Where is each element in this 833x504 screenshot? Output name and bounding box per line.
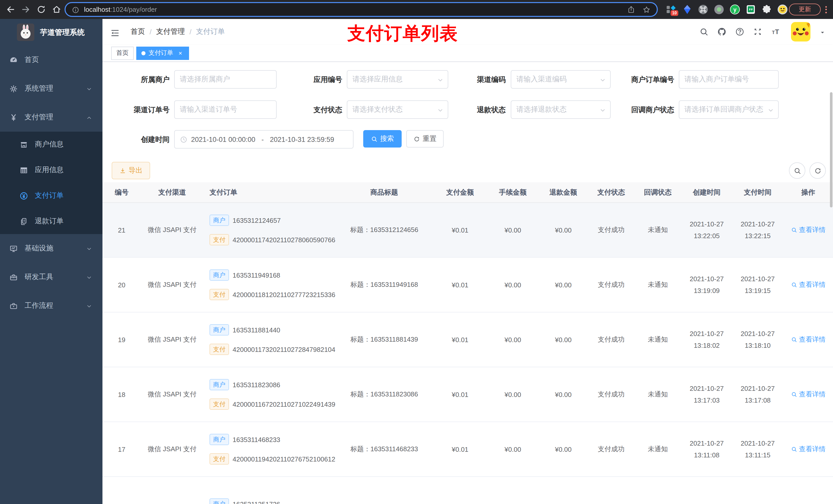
tab-支付订单[interactable]: 支付订单× bbox=[136, 46, 189, 60]
cell-status: 支付成功 bbox=[588, 422, 634, 476]
extension-diamond-icon[interactable]: 10 bbox=[666, 4, 677, 15]
cell-fee bbox=[487, 477, 539, 504]
sidebar-collapse-icon[interactable] bbox=[110, 27, 120, 39]
sidebar-item-label: 首页 bbox=[25, 55, 39, 65]
sidebar-item-workflow[interactable]: 工作流程 bbox=[0, 291, 102, 320]
placeholder-text: 请选择所属商户 bbox=[180, 75, 230, 84]
cell-paid: 2021-10-2713:17:08 bbox=[732, 367, 783, 422]
view-detail-link[interactable]: 查看详情 bbox=[791, 390, 826, 399]
monitor-icon bbox=[9, 244, 18, 253]
search-button[interactable]: 搜索 bbox=[363, 130, 402, 147]
extension-command-icon[interactable] bbox=[698, 4, 709, 15]
sidebar-item-app-info[interactable]: 应用信息 bbox=[0, 157, 102, 183]
breadcrumb-item[interactable]: 首页 bbox=[130, 27, 145, 37]
create-time-range-input[interactable]: 2021-10-01 00:00:00 - 2021-10-31 23:59:5… bbox=[174, 130, 354, 148]
filter-label: 所属商户 bbox=[113, 70, 170, 89]
sidebar-item-merchant-info[interactable]: 商户信息 bbox=[0, 131, 102, 157]
extension-gray-dot-icon[interactable] bbox=[714, 4, 724, 15]
browser-forward-icon[interactable] bbox=[21, 4, 31, 15]
filter-label-create-time: 创建时间 bbox=[113, 130, 170, 148]
cell-amount bbox=[433, 477, 487, 504]
column-header-status: 支付状态 bbox=[588, 182, 634, 202]
browser-reload-icon[interactable] bbox=[36, 4, 47, 15]
view-detail-link[interactable]: 查看详情 bbox=[791, 225, 826, 235]
export-button[interactable]: 导出 bbox=[112, 162, 150, 179]
placeholder-text: 请输入渠道编码 bbox=[516, 75, 567, 84]
search-icon bbox=[791, 337, 797, 343]
bookmark-star-icon[interactable] bbox=[642, 5, 651, 14]
cell-channel bbox=[141, 477, 204, 504]
chrome-update-button[interactable]: 更新 bbox=[789, 4, 821, 15]
filter-select[interactable]: 请选择订单回调商户状态 bbox=[679, 100, 779, 119]
filter-input[interactable]: 请选择所属商户 bbox=[174, 70, 277, 89]
sidebar-item-system[interactable]: 系统管理 bbox=[0, 74, 102, 103]
sidebar-item-devtools[interactable]: 研发工具 bbox=[0, 263, 102, 291]
github-icon[interactable] bbox=[717, 27, 727, 37]
share-icon[interactable] bbox=[627, 5, 635, 14]
date-separator: - bbox=[262, 136, 264, 143]
cell-refund: ¥0.00 bbox=[539, 422, 588, 476]
sidebar-item-label: 系统管理 bbox=[25, 84, 53, 93]
view-detail-link[interactable]: 查看详情 bbox=[791, 445, 826, 454]
placeholder-text: 请选择应用信息 bbox=[353, 75, 403, 84]
site-info-icon[interactable] bbox=[72, 5, 79, 14]
sidebar-item-pay[interactable]: 支付管理 bbox=[0, 103, 102, 131]
tab-首页[interactable]: 首页 bbox=[111, 46, 134, 60]
sidebar-item-pay-order[interactable]: 支付订单 bbox=[0, 183, 102, 209]
sidebar-item-infra[interactable]: 基础设施 bbox=[0, 234, 102, 263]
url-bar[interactable]: localhost:1024/pay/order bbox=[65, 2, 658, 17]
filter-label: 支付状态 bbox=[286, 100, 342, 119]
filter-select[interactable]: 请输入渠道编码 bbox=[511, 70, 611, 89]
logo-rabbit-avatar bbox=[17, 24, 34, 41]
cell-created: 2021-10-2713:22:05 bbox=[681, 203, 732, 257]
toggle-search-button[interactable] bbox=[789, 162, 805, 179]
merchant-tag: 商户 bbox=[210, 269, 229, 281]
font-size-icon[interactable]: TT bbox=[771, 27, 780, 37]
view-detail-link[interactable]: 查看详情 bbox=[791, 335, 826, 344]
filter-select[interactable]: 请选择支付状态 bbox=[347, 100, 448, 119]
browser-back-icon[interactable] bbox=[5, 4, 16, 15]
fullscreen-icon[interactable] bbox=[753, 27, 762, 37]
page-scrollbar[interactable] bbox=[830, 92, 832, 208]
sidebar-item-refund-order[interactable]: 退款订单 bbox=[0, 209, 102, 234]
cell-status: 支付成功 bbox=[588, 367, 634, 422]
breadcrumb-item[interactable]: 支付管理 bbox=[156, 27, 185, 37]
browser-home-icon[interactable] bbox=[51, 4, 62, 15]
table-row: 20微信 JSAPI 支付商户1635311949168支付4200001181… bbox=[102, 258, 833, 312]
channel-order-no: 4200001194202110276752100612 bbox=[233, 455, 335, 463]
grid-icon bbox=[20, 166, 28, 174]
help-icon[interactable] bbox=[735, 27, 744, 37]
refresh-table-button[interactable] bbox=[809, 162, 826, 179]
view-detail-link[interactable]: 查看详情 bbox=[791, 280, 826, 289]
user-avatar[interactable] bbox=[791, 22, 810, 42]
reset-button[interactable]: 重置 bbox=[406, 130, 444, 147]
tab-close-icon[interactable]: × bbox=[177, 49, 184, 56]
sidebar-logo[interactable]: 芋道管理系统 bbox=[0, 19, 102, 46]
filter-input[interactable]: 请输入渠道订单号 bbox=[174, 100, 277, 119]
extensions-puzzle-icon[interactable] bbox=[761, 4, 772, 15]
sidebar-item-home[interactable]: 首页 bbox=[0, 46, 102, 74]
cell-notify: 未通知 bbox=[634, 258, 681, 312]
filter-select[interactable]: 请选择退款状态 bbox=[511, 100, 611, 119]
search-icon[interactable] bbox=[699, 27, 709, 37]
chevron-down-icon bbox=[437, 106, 444, 114]
chrome-menu-icon[interactable] bbox=[824, 4, 827, 15]
extension-y-icon[interactable]: y bbox=[730, 4, 740, 15]
extension-chat-icon[interactable] bbox=[745, 4, 756, 15]
chevron-down-icon bbox=[86, 85, 92, 92]
cell-id: 21 bbox=[102, 203, 141, 257]
merchant-tag: 商户 bbox=[210, 215, 229, 226]
cell-id bbox=[102, 477, 141, 504]
cell-id: 18 bbox=[102, 367, 141, 422]
filter-input[interactable]: 请输入商户订单编号 bbox=[679, 70, 779, 89]
chevron-down-icon[interactable] bbox=[819, 28, 826, 35]
sidebar-item-label: 商户信息 bbox=[35, 140, 64, 149]
cell-notify: 未通知 bbox=[634, 367, 681, 422]
filter-select[interactable]: 请选择应用信息 bbox=[347, 70, 448, 89]
cell-refund: ¥0.00 bbox=[539, 312, 588, 367]
cell-amount: ¥0.01 bbox=[433, 258, 487, 312]
merchant-order-no: 1635311823086 bbox=[233, 381, 280, 388]
cell-amount: ¥0.01 bbox=[433, 422, 487, 476]
profile-emoji-icon[interactable] bbox=[777, 4, 788, 15]
extension-kite-icon[interactable] bbox=[682, 4, 693, 15]
